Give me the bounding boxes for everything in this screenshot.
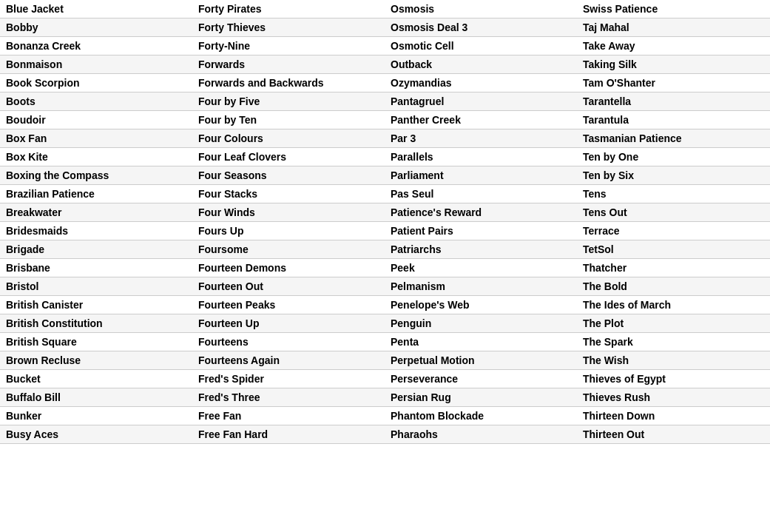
- table-cell: Perpetual Motion: [385, 351, 577, 370]
- table-cell: Bonmaison: [0, 55, 192, 74]
- table-cell: Four Winds: [192, 203, 385, 222]
- table-cell: Patience's Reward: [385, 203, 577, 222]
- table-cell: Breakwater: [0, 203, 192, 222]
- table-cell: Take Away: [577, 37, 770, 55]
- table-row: Blue JacketForty PiratesOsmosisSwiss Pat…: [0, 0, 770, 18]
- table-cell: Brazilian Patience: [0, 185, 192, 203]
- table-cell: Brigade: [0, 240, 192, 259]
- table-cell: Forwards: [192, 55, 385, 74]
- table-cell: British Square: [0, 333, 192, 351]
- table-row: Busy AcesFree Fan HardPharaohsThirteen O…: [0, 425, 770, 444]
- table-cell: Forty Pirates: [192, 0, 385, 18]
- table-cell: Fourteen Peaks: [192, 296, 385, 314]
- table-cell: Four Seasons: [192, 166, 385, 185]
- table-cell: Parliament: [385, 166, 577, 185]
- table-cell: Par 3: [385, 129, 577, 148]
- table-row: BonmaisonForwardsOutbackTaking Silk: [0, 55, 770, 74]
- table-cell: Boots: [0, 92, 192, 111]
- table-row: Book ScorpionForwards and BackwardsOzyma…: [0, 74, 770, 92]
- games-table: Blue JacketForty PiratesOsmosisSwiss Pat…: [0, 0, 770, 444]
- table-cell: Brown Recluse: [0, 351, 192, 370]
- table-cell: Box Fan: [0, 129, 192, 148]
- table-cell: Pantagruel: [385, 92, 577, 111]
- table-cell: Fourteen Out: [192, 277, 385, 296]
- table-cell: Panther Creek: [385, 111, 577, 129]
- table-cell: Thatcher: [577, 259, 770, 277]
- table-cell: Bridesmaids: [0, 222, 192, 240]
- table-cell: Tens: [577, 185, 770, 203]
- table-row: BunkerFree FanPhantom BlockadeThirteen D…: [0, 407, 770, 425]
- table-row: BridesmaidsFours UpPatient PairsTerrace: [0, 222, 770, 240]
- table-cell: Book Scorpion: [0, 74, 192, 92]
- table-cell: Bunker: [0, 407, 192, 425]
- table-cell: Blue Jacket: [0, 0, 192, 18]
- table-cell: Terrace: [577, 222, 770, 240]
- table-cell: Ten by Six: [577, 166, 770, 185]
- table-cell: Brisbane: [0, 259, 192, 277]
- table-cell: Osmotic Cell: [385, 37, 577, 55]
- table-row: Bonanza CreekForty-NineOsmotic CellTake …: [0, 37, 770, 55]
- table-cell: Bristol: [0, 277, 192, 296]
- table-row: BristolFourteen OutPelmanismThe Bold: [0, 277, 770, 296]
- table-cell: Thieves of Egypt: [577, 370, 770, 388]
- table-cell: Persian Rug: [385, 388, 577, 407]
- table-cell: Free Fan: [192, 407, 385, 425]
- table-row: British CanisterFourteen PeaksPenelope's…: [0, 296, 770, 314]
- table-cell: Tasmanian Patience: [577, 129, 770, 148]
- table-cell: Bucket: [0, 370, 192, 388]
- table-cell: Fourteen Up: [192, 314, 385, 333]
- table-row: BreakwaterFour WindsPatience's RewardTen…: [0, 203, 770, 222]
- table-cell: Tarantella: [577, 92, 770, 111]
- table-row: BucketFred's SpiderPerseveranceThieves o…: [0, 370, 770, 388]
- table-cell: Four Stacks: [192, 185, 385, 203]
- table-cell: Tarantula: [577, 111, 770, 129]
- table-cell: Busy Aces: [0, 425, 192, 444]
- table-cell: Tam O'Shanter: [577, 74, 770, 92]
- table-cell: British Canister: [0, 296, 192, 314]
- table-cell: Box Kite: [0, 148, 192, 166]
- table-cell: Penguin: [385, 314, 577, 333]
- table-cell: The Plot: [577, 314, 770, 333]
- table-cell: Peek: [385, 259, 577, 277]
- table-row: Buffalo BillFred's ThreePersian RugThiev…: [0, 388, 770, 407]
- table-cell: Thirteen Out: [577, 425, 770, 444]
- table-cell: The Wish: [577, 351, 770, 370]
- table-cell: Perseverance: [385, 370, 577, 388]
- table-cell: Four by Ten: [192, 111, 385, 129]
- table-cell: Free Fan Hard: [192, 425, 385, 444]
- table-row: British SquareFourteensPentaThe Spark: [0, 333, 770, 351]
- table-cell: Pharaohs: [385, 425, 577, 444]
- table-cell: Patient Pairs: [385, 222, 577, 240]
- table-cell: Forty-Nine: [192, 37, 385, 55]
- table-row: Boxing the CompassFour SeasonsParliament…: [0, 166, 770, 185]
- table-cell: Swiss Patience: [577, 0, 770, 18]
- table-cell: The Spark: [577, 333, 770, 351]
- table-cell: Osmosis: [385, 0, 577, 18]
- table-row: BobbyForty ThievesOsmosis Deal 3Taj Maha…: [0, 18, 770, 37]
- table-cell: Penta: [385, 333, 577, 351]
- table-cell: Tens Out: [577, 203, 770, 222]
- table-cell: Osmosis Deal 3: [385, 18, 577, 37]
- table-row: BoudoirFour by TenPanther CreekTarantula: [0, 111, 770, 129]
- table-cell: Outback: [385, 55, 577, 74]
- table-cell: Boxing the Compass: [0, 166, 192, 185]
- table-cell: Fourteen Demons: [192, 259, 385, 277]
- table-row: Box KiteFour Leaf CloversParallelsTen by…: [0, 148, 770, 166]
- table-row: BrigadeFoursomePatriarchsTetSol: [0, 240, 770, 259]
- table-cell: Fred's Three: [192, 388, 385, 407]
- table-cell: British Constitution: [0, 314, 192, 333]
- table-cell: Four Leaf Clovers: [192, 148, 385, 166]
- table-cell: Forwards and Backwards: [192, 74, 385, 92]
- table-cell: Thieves Rush: [577, 388, 770, 407]
- table-cell: Forty Thieves: [192, 18, 385, 37]
- table-cell: Fourteens Again: [192, 351, 385, 370]
- table-cell: Taj Mahal: [577, 18, 770, 37]
- table-cell: TetSol: [577, 240, 770, 259]
- table-cell: Bonanza Creek: [0, 37, 192, 55]
- table-cell: Ten by One: [577, 148, 770, 166]
- table-cell: Bobby: [0, 18, 192, 37]
- table-cell: The Bold: [577, 277, 770, 296]
- table-cell: Phantom Blockade: [385, 407, 577, 425]
- table-row: British ConstitutionFourteen UpPenguinTh…: [0, 314, 770, 333]
- table-cell: Penelope's Web: [385, 296, 577, 314]
